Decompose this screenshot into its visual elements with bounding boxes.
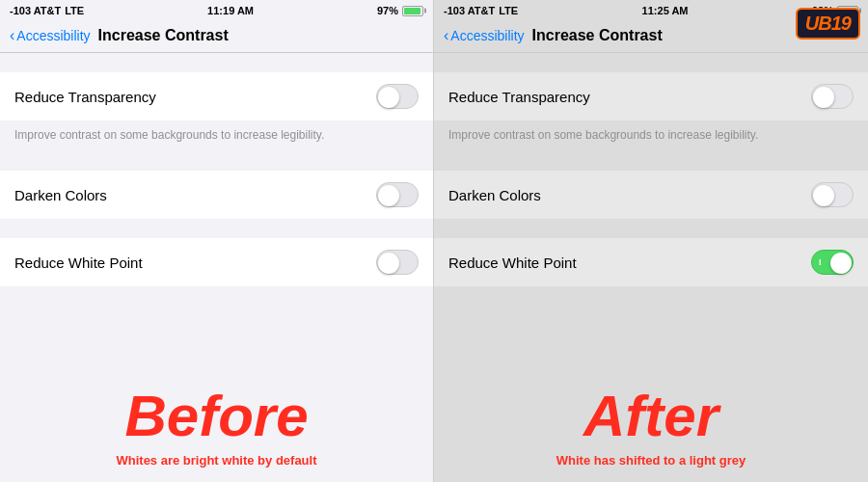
after-reduce-transparency-knob [813, 87, 834, 108]
after-sub-label: White has shifted to a light grey [448, 453, 854, 468]
watermark: UB19 [796, 8, 860, 40]
after-reduce-transparency-label: Reduce Transparency [448, 89, 590, 105]
after-carrier: -103 AT&T [444, 5, 495, 16]
before-darken-colors-label: Darken Colors [14, 187, 107, 203]
after-reduce-white-point-toggle[interactable]: I [811, 250, 854, 275]
before-reduce-white-point-label: Reduce White Point [14, 254, 143, 271]
after-reduce-white-point-label: Reduce White Point [448, 254, 577, 271]
before-settings-content: Reduce Transparency Improve contrast on … [0, 53, 433, 363]
before-network: LTE [65, 5, 84, 16]
after-separator-2 [434, 151, 868, 161]
before-reduce-transparency-desc: Improve contrast on some backgrounds to … [0, 120, 433, 151]
before-group-2: Darken Colors [0, 171, 433, 219]
after-row-reduce-transparency: Reduce Transparency [434, 72, 868, 120]
before-battery-fill [404, 8, 420, 14]
after-separator-3 [434, 219, 868, 228]
after-row-darken-colors: Darken Colors [434, 171, 868, 219]
after-darken-colors-toggle[interactable] [811, 182, 854, 207]
after-group-2: Darken Colors [434, 171, 868, 219]
before-bottom-section: Before Whites are bright white by defaul… [0, 373, 433, 482]
after-reduce-white-point-toggle-label: I [819, 257, 822, 267]
before-battery-pct: 97% [377, 5, 398, 16]
before-reduce-transparency-label: Reduce Transparency [14, 89, 156, 105]
before-status-left: -103 AT&T LTE [10, 5, 84, 16]
after-nav-title: Increase Contrast [532, 27, 663, 44]
before-panel: -103 AT&T LTE 11:19 AM 97% ‹ Accessibili… [0, 0, 434, 482]
before-group-3: Reduce White Point [0, 238, 433, 286]
before-row-darken-colors: Darken Colors [0, 171, 433, 219]
before-group-1: Reduce Transparency [0, 72, 433, 120]
before-row-reduce-white-point: Reduce White Point [0, 238, 433, 286]
after-big-label: After [448, 388, 854, 445]
after-status-left: -103 AT&T LTE [444, 5, 518, 16]
after-nav-back[interactable]: Accessibility [450, 28, 524, 43]
after-group-1: Reduce Transparency [434, 72, 868, 120]
before-reduce-white-point-knob [378, 253, 399, 274]
before-darken-colors-knob [378, 185, 399, 206]
before-battery-icon [402, 6, 423, 16]
after-nav-chevron-icon: ‹ [444, 27, 448, 44]
after-bottom-section: After White has shifted to a light grey [434, 373, 868, 482]
before-separator-3 [0, 219, 433, 228]
before-reduce-transparency-knob [378, 87, 399, 108]
before-reduce-transparency-toggle[interactable] [376, 84, 419, 109]
after-time: 11:25 AM [642, 5, 689, 16]
before-separator-1 [0, 53, 433, 63]
before-row-reduce-transparency: Reduce Transparency [0, 72, 433, 120]
after-reduce-transparency-desc: Improve contrast on some backgrounds to … [434, 120, 868, 151]
before-status-right: 97% [377, 5, 423, 16]
after-reduce-transparency-toggle[interactable] [811, 84, 854, 109]
before-nav-back[interactable]: Accessibility [16, 28, 90, 43]
before-nav-title: Increase Contrast [98, 27, 229, 44]
after-separator-1 [434, 53, 868, 63]
after-darken-colors-knob [813, 185, 834, 206]
before-reduce-white-point-toggle[interactable] [376, 250, 419, 275]
after-group-3: Reduce White Point I [434, 238, 868, 286]
before-big-label: Before [14, 388, 419, 445]
before-separator-2 [0, 151, 433, 161]
before-carrier: -103 AT&T [10, 5, 61, 16]
after-panel: -103 AT&T LTE 11:25 AM 98% ‹ Accessibili… [434, 0, 868, 482]
before-sub-label: Whites are bright white by default [14, 453, 419, 468]
before-time: 11:19 AM [207, 5, 254, 16]
after-row-reduce-white-point: Reduce White Point I [434, 238, 868, 286]
after-settings-content: Reduce Transparency Improve contrast on … [434, 53, 868, 363]
before-nav-chevron-icon: ‹ [10, 27, 14, 44]
after-darken-colors-label: Darken Colors [448, 187, 541, 203]
after-network: LTE [499, 5, 518, 16]
before-nav-bar: ‹ Accessibility Increase Contrast [0, 21, 433, 53]
watermark-text: UB19 [805, 13, 851, 35]
before-status-bar: -103 AT&T LTE 11:19 AM 97% [0, 0, 433, 21]
after-reduce-white-point-knob [830, 253, 852, 274]
before-darken-colors-toggle[interactable] [376, 182, 419, 207]
